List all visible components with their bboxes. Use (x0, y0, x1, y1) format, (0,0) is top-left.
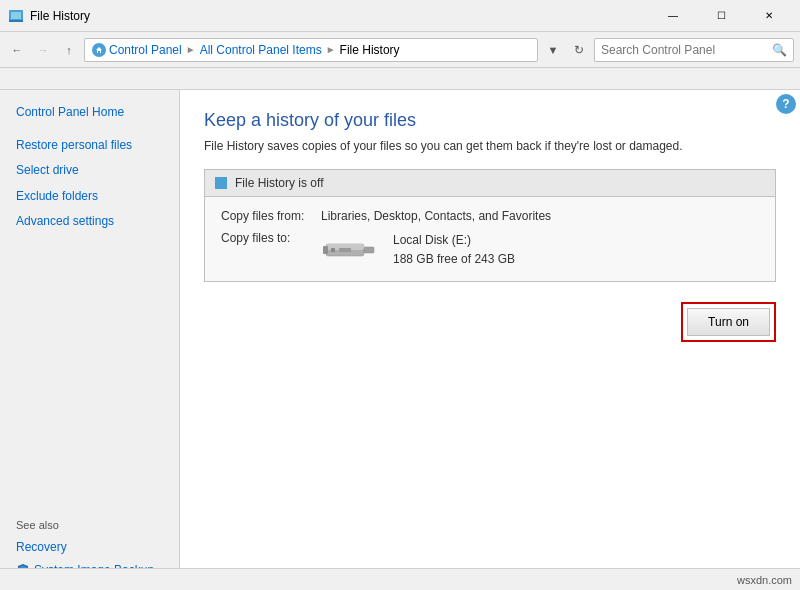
svg-rect-9 (331, 248, 335, 252)
toolbar (0, 68, 800, 90)
address-bar: ← → ↑ Control Panel ► All Control Panel … (0, 32, 800, 68)
breadcrumb-sep-1: ► (186, 44, 196, 55)
copy-from-label: Copy files from: (221, 209, 321, 223)
breadcrumb-control-panel[interactable]: Control Panel (109, 43, 182, 57)
breadcrumb-all-items[interactable]: All Control Panel Items (200, 43, 322, 57)
sidebar: Control Panel Home Restore personal file… (0, 90, 180, 590)
minimize-button[interactable]: — (650, 0, 696, 32)
svg-rect-2 (9, 20, 23, 22)
svg-rect-8 (323, 246, 328, 254)
search-box[interactable]: 🔍 (594, 38, 794, 62)
status-bar-text: wsxdn.com (737, 574, 792, 586)
svg-rect-10 (339, 248, 351, 252)
content-area: ? Keep a history of your files File Hist… (180, 90, 800, 590)
status-body: Copy files from: Libraries, Desktop, Con… (205, 197, 775, 281)
drive-svg (321, 236, 381, 264)
sidebar-item-control-panel-home[interactable]: Control Panel Home (0, 100, 179, 125)
sidebar-item-recovery[interactable]: Recovery (0, 535, 179, 560)
see-also-label: See also (0, 511, 179, 535)
breadcrumb-icon (91, 42, 107, 58)
close-button[interactable]: ✕ (746, 0, 792, 32)
svg-rect-1 (11, 12, 21, 19)
window-title: File History (30, 9, 650, 23)
dropdown-button[interactable]: ▼ (542, 39, 564, 61)
sidebar-item-exclude-folders[interactable]: Exclude folders (0, 184, 179, 209)
forward-button[interactable]: → (32, 39, 54, 61)
window-controls: — ☐ ✕ (650, 0, 792, 32)
breadcrumb-current: File History (340, 43, 400, 57)
help-button[interactable]: ? (776, 94, 796, 114)
copy-from-value: Libraries, Desktop, Contacts, and Favori… (321, 209, 551, 223)
sidebar-item-advanced-settings[interactable]: Advanced settings (0, 209, 179, 234)
svg-rect-7 (364, 247, 374, 253)
content-description: File History saves copies of your files … (204, 139, 776, 153)
breadcrumb-sep-2: ► (326, 44, 336, 55)
drive-free: 188 GB free of 243 GB (393, 250, 515, 269)
action-area: Turn on (204, 302, 776, 342)
drive-info: Local Disk (E:) 188 GB free of 243 GB (393, 231, 515, 269)
refresh-button[interactable]: ↻ (568, 39, 590, 61)
status-text: File History is off (235, 176, 323, 190)
copy-to-label: Copy files to: (221, 231, 321, 245)
copy-from-row: Copy files from: Libraries, Desktop, Con… (221, 209, 759, 223)
title-bar: File History — ☐ ✕ (0, 0, 800, 32)
status-bar: wsxdn.com (0, 568, 800, 590)
drive-name: Local Disk (E:) (393, 231, 515, 250)
content-title: Keep a history of your files (204, 110, 776, 131)
app-icon (8, 8, 24, 24)
search-icon: 🔍 (772, 43, 787, 57)
main-container: Control Panel Home Restore personal file… (0, 90, 800, 590)
copy-to-content: Local Disk (E:) 188 GB free of 243 GB (321, 231, 515, 269)
sidebar-item-restore-personal-files[interactable]: Restore personal files (0, 133, 179, 158)
drive-icon (321, 236, 381, 264)
status-box: File History is off Copy files from: Lib… (204, 169, 776, 282)
turn-on-button[interactable]: Turn on (687, 308, 770, 336)
status-indicator (215, 177, 227, 189)
breadcrumb: Control Panel ► All Control Panel Items … (84, 38, 538, 62)
turn-on-highlight: Turn on (681, 302, 776, 342)
up-button[interactable]: ↑ (58, 39, 80, 61)
back-button[interactable]: ← (6, 39, 28, 61)
maximize-button[interactable]: ☐ (698, 0, 744, 32)
search-input[interactable] (601, 43, 772, 57)
sidebar-item-select-drive[interactable]: Select drive (0, 158, 179, 183)
copy-to-row: Copy files to: (221, 231, 759, 269)
status-header: File History is off (205, 170, 775, 197)
